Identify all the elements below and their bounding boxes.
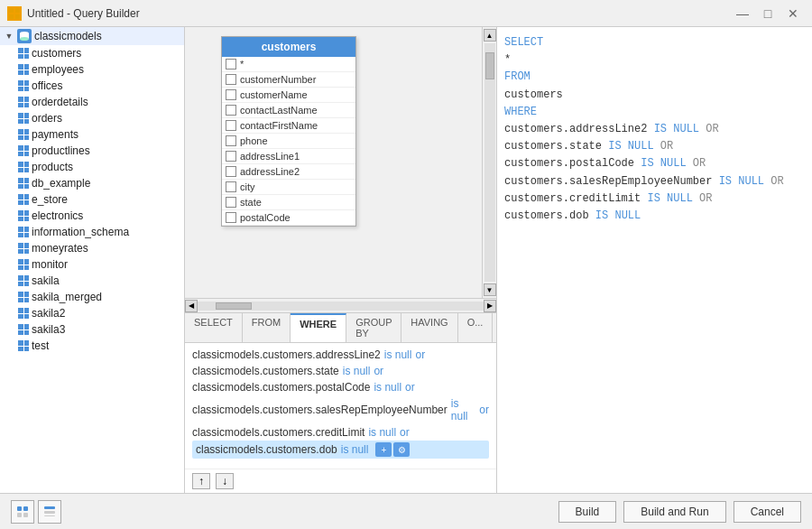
table-field-row[interactable]: contactLastName (222, 103, 355, 118)
where-row[interactable]: classicmodels.customers.creditLimit is n… (192, 424, 489, 441)
footer-icon-btn-1[interactable] (11, 500, 34, 524)
svg-rect-3 (15, 14, 20, 19)
build-button[interactable]: Build (558, 501, 617, 523)
where-add-button[interactable]: + (375, 442, 392, 457)
table-field-row[interactable]: addressLine2 (222, 164, 355, 180)
vertical-scrollbar[interactable]: ▲ ▼ (482, 27, 496, 298)
sql-tab[interactable]: GROUP BY (346, 313, 401, 342)
field-checkbox[interactable] (226, 197, 236, 208)
field-checkbox[interactable] (226, 212, 236, 223)
sql-tab[interactable]: O... (458, 313, 494, 342)
table-widget-title: customers (262, 41, 317, 53)
sidebar-item[interactable]: e_store (0, 191, 184, 208)
table-field-row[interactable]: customerName (222, 88, 355, 103)
sql-tab[interactable]: WHERE (291, 313, 346, 342)
sidebar-item[interactable]: offices (0, 78, 184, 94)
table-grid-icon (18, 243, 29, 254)
horiz-scroll-thumb[interactable] (216, 302, 252, 310)
table-field-row[interactable]: postalCode (222, 210, 355, 226)
field-checkbox[interactable] (226, 105, 236, 116)
sidebar-item[interactable]: sakila2 (0, 305, 184, 321)
field-checkbox[interactable] (226, 120, 236, 131)
sql-or: OR (706, 123, 718, 135)
table-grid-icon (18, 178, 29, 189)
table-field-row[interactable]: city (222, 180, 355, 195)
sql-text: customers.postalCode (504, 157, 641, 170)
sidebar-item[interactable]: monitor (0, 256, 184, 273)
sql-keyword: IS NULL (641, 157, 693, 170)
sidebar-item-label: offices (32, 79, 62, 92)
field-checkbox[interactable] (226, 166, 236, 177)
sidebar-item-label: customers (32, 47, 81, 60)
maximize-button[interactable]: □ (756, 5, 780, 23)
scroll-up-arrow[interactable]: ▲ (484, 29, 496, 42)
svg-rect-10 (23, 513, 28, 517)
sql-preview-line: customers.postalCode IS NULL OR (504, 155, 805, 172)
horizontal-scrollbar[interactable]: ◀ ▶ (185, 298, 496, 312)
sidebar-item[interactable]: productlines (0, 143, 184, 159)
sidebar-item[interactable]: sakila3 (0, 321, 184, 338)
sidebar-item[interactable]: customers (0, 45, 184, 61)
sidebar-item[interactable]: products (0, 159, 184, 175)
scroll-down-arrow[interactable]: ▼ (484, 283, 496, 296)
table-field-row[interactable]: addressLine1 (222, 149, 355, 164)
sidebar-item[interactable]: sakila_merged (0, 289, 184, 305)
sidebar-root-item[interactable]: ▼ classicmodels (0, 27, 184, 45)
sql-tab[interactable]: FROM (243, 313, 291, 342)
sidebar-item[interactable]: sakila (0, 273, 184, 289)
table-field-row[interactable]: customerNumber (222, 72, 355, 88)
sidebar-item[interactable]: db_example (0, 175, 184, 191)
sidebar-item-label: sakila_merged (32, 291, 102, 303)
sql-tab[interactable]: SELECT (185, 313, 243, 342)
table-field-row[interactable]: * (222, 57, 355, 72)
field-checkbox[interactable] (226, 135, 236, 146)
where-row[interactable]: classicmodels.customers.state is null or (192, 363, 489, 379)
title-bar: Untitled - Query Builder — □ ✕ (0, 0, 812, 27)
nav-up-arrow[interactable]: ↑ (192, 473, 210, 489)
sidebar-item[interactable]: moneyrates (0, 240, 184, 256)
where-row[interactable]: classicmodels.customers.postalCode is nu… (192, 379, 489, 395)
field-checkbox[interactable] (226, 74, 236, 85)
scroll-thumb[interactable] (485, 52, 494, 79)
where-row[interactable]: classicmodels.customers.dob is null+⚙ (192, 441, 489, 459)
field-checkbox[interactable] (226, 59, 236, 70)
sql-keyword: FROM (504, 70, 531, 83)
field-label: state (240, 197, 262, 208)
cancel-button[interactable]: Cancel (734, 501, 801, 523)
sidebar-item[interactable]: payments (0, 126, 184, 143)
scroll-right-arrow[interactable]: ▶ (484, 300, 496, 312)
sidebar-item[interactable]: test (0, 338, 184, 354)
table-field-row[interactable]: state (222, 195, 355, 210)
sidebar-item[interactable]: employees (0, 61, 184, 78)
sql-text: customers (504, 88, 563, 101)
table-field-row[interactable]: phone (222, 134, 355, 149)
sidebar-item[interactable]: electronics (0, 208, 184, 224)
minimize-button[interactable]: — (731, 5, 754, 23)
field-checkbox[interactable] (226, 89, 236, 100)
field-checkbox[interactable] (226, 151, 236, 162)
table-field-row[interactable]: contactFirstName (222, 118, 355, 134)
where-row-buttons: +⚙ (375, 442, 410, 457)
where-row[interactable]: classicmodels.customers.addressLine2 is … (192, 347, 489, 363)
where-edit-button[interactable]: ⚙ (393, 442, 410, 457)
field-checkbox[interactable] (226, 181, 236, 192)
sql-preview-line: customers.salesRepEmployeeNumber IS NULL… (504, 173, 805, 190)
where-field-text: classicmodels.customers.dob (196, 443, 337, 456)
build-run-button[interactable]: Build and Run (623, 501, 725, 523)
sql-preview-line: SELECT (504, 34, 805, 51)
where-row[interactable]: classicmodels.customers.salesRepEmployee… (192, 395, 489, 424)
table-grid-icon (18, 145, 29, 156)
footer-icon-btn-2[interactable] (38, 500, 61, 524)
sidebar-item[interactable]: information_schema (0, 224, 184, 240)
main-content: ▼ classicmodels customersemployeesoffice… (0, 27, 812, 493)
scroll-left-arrow[interactable]: ◀ (185, 300, 198, 312)
close-button[interactable]: ✕ (781, 5, 805, 23)
sidebar-item[interactable]: orders (0, 110, 184, 126)
where-connector: or (374, 365, 383, 377)
sql-tab[interactable]: HAVING (401, 313, 457, 342)
window-controls: — □ ✕ (731, 5, 805, 23)
sidebar: ▼ classicmodels customersemployeesoffice… (0, 27, 185, 493)
customers-table-widget: customers *customerNumbercustomerNamecon… (221, 36, 356, 227)
nav-down-arrow[interactable]: ↓ (216, 473, 234, 489)
sidebar-item[interactable]: orderdetails (0, 94, 184, 110)
